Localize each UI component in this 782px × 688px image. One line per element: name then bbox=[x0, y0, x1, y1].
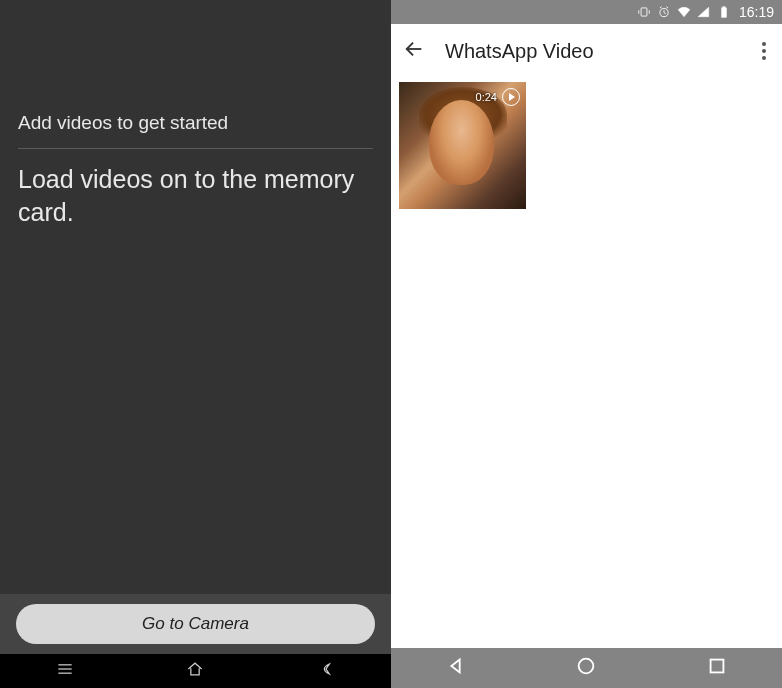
home-nav-button[interactable] bbox=[575, 655, 597, 681]
signal-icon bbox=[697, 5, 711, 19]
camera-button-container: Go to Camera bbox=[0, 594, 391, 654]
recent-apps-button[interactable] bbox=[55, 659, 75, 683]
svg-line-9 bbox=[660, 7, 662, 8]
recent-nav-button[interactable] bbox=[706, 655, 728, 681]
app-bar: WhatsApp Video bbox=[391, 24, 782, 78]
back-button[interactable] bbox=[316, 659, 336, 683]
video-duration: 0:24 bbox=[476, 91, 497, 103]
right-navigation-bar bbox=[391, 648, 782, 688]
overflow-menu-button[interactable] bbox=[758, 38, 770, 64]
go-to-camera-button[interactable]: Go to Camera bbox=[16, 604, 375, 644]
alarm-icon bbox=[657, 5, 671, 19]
svg-rect-15 bbox=[710, 660, 723, 673]
page-title: WhatsApp Video bbox=[445, 40, 738, 63]
empty-state-subheading: Load videos on to the memory card. bbox=[18, 163, 373, 228]
svg-rect-12 bbox=[723, 7, 725, 8]
back-arrow-button[interactable] bbox=[403, 38, 425, 64]
svg-rect-3 bbox=[641, 8, 647, 16]
thumbnail-overlay: 0:24 bbox=[476, 88, 520, 106]
empty-state-content: Add videos to get started Load videos on… bbox=[0, 0, 391, 688]
video-gallery: 0:24 bbox=[391, 78, 782, 648]
left-screen: Add videos to get started Load videos on… bbox=[0, 0, 391, 688]
svg-line-10 bbox=[666, 7, 668, 8]
right-screen: 16:19 WhatsApp Video 0:24 bbox=[391, 0, 782, 688]
home-button[interactable] bbox=[185, 659, 205, 683]
battery-icon bbox=[717, 5, 731, 19]
svg-rect-11 bbox=[722, 8, 727, 17]
status-bar: 16:19 bbox=[391, 0, 782, 24]
video-thumbnail[interactable]: 0:24 bbox=[399, 82, 526, 209]
empty-state-heading: Add videos to get started bbox=[18, 112, 373, 149]
svg-line-8 bbox=[664, 13, 666, 14]
play-icon bbox=[502, 88, 520, 106]
vibrate-icon bbox=[637, 5, 651, 19]
svg-point-14 bbox=[579, 659, 594, 674]
left-navigation-bar bbox=[0, 654, 391, 688]
wifi-icon bbox=[677, 5, 691, 19]
back-nav-button[interactable] bbox=[445, 655, 467, 681]
status-time: 16:19 bbox=[739, 4, 774, 20]
